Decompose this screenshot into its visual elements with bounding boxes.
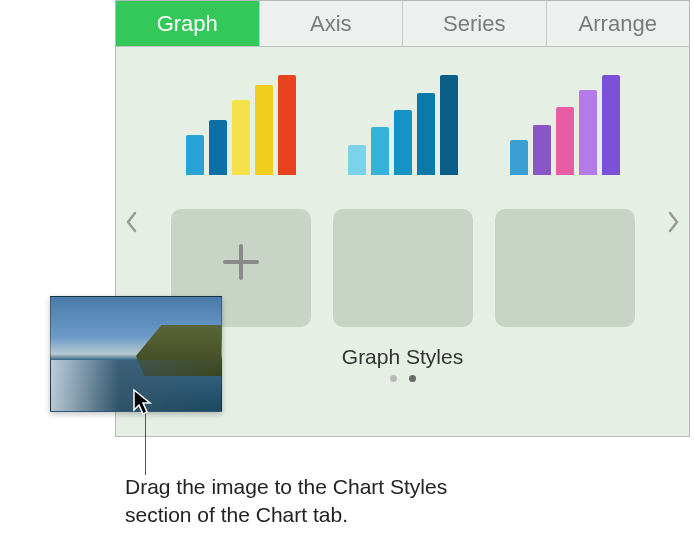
chart-bar	[232, 100, 250, 175]
style-preset-1[interactable]	[171, 69, 311, 187]
tab-graph[interactable]: Graph	[116, 1, 260, 46]
callout-leader-line	[145, 413, 146, 475]
empty-style-slot[interactable]	[495, 209, 635, 327]
tab-axis[interactable]: Axis	[260, 1, 404, 46]
style-preset-3[interactable]	[495, 69, 635, 187]
chevron-left-icon[interactable]	[118, 202, 144, 242]
chart-bar	[533, 125, 551, 175]
tab-bar: Graph Axis Series Arrange	[116, 1, 689, 47]
chart-bar	[209, 120, 227, 175]
chart-bar	[440, 75, 458, 175]
chart-bar	[348, 145, 366, 175]
chart-bar	[278, 75, 296, 175]
chart-bar	[371, 127, 389, 175]
plus-icon	[221, 242, 261, 282]
tab-arrange[interactable]: Arrange	[547, 1, 690, 46]
tab-series[interactable]: Series	[403, 1, 547, 46]
empty-style-slot[interactable]	[333, 209, 473, 327]
dragged-image-thumbnail[interactable]	[50, 296, 222, 412]
chevron-right-icon[interactable]	[661, 202, 687, 242]
chart-bar	[186, 135, 204, 175]
page-dot[interactable]	[409, 375, 416, 382]
callout-text: Drag the image to the Chart Styles secti…	[125, 473, 485, 530]
style-grid	[116, 69, 689, 327]
style-preset-2[interactable]	[333, 69, 473, 187]
page-dot[interactable]	[390, 375, 397, 382]
chart-bar	[394, 110, 412, 175]
chart-bar	[255, 85, 273, 175]
chart-bar	[417, 93, 435, 175]
chart-bar	[556, 107, 574, 175]
chart-bar	[602, 75, 620, 175]
chart-bar	[510, 140, 528, 175]
chart-bar	[579, 90, 597, 175]
